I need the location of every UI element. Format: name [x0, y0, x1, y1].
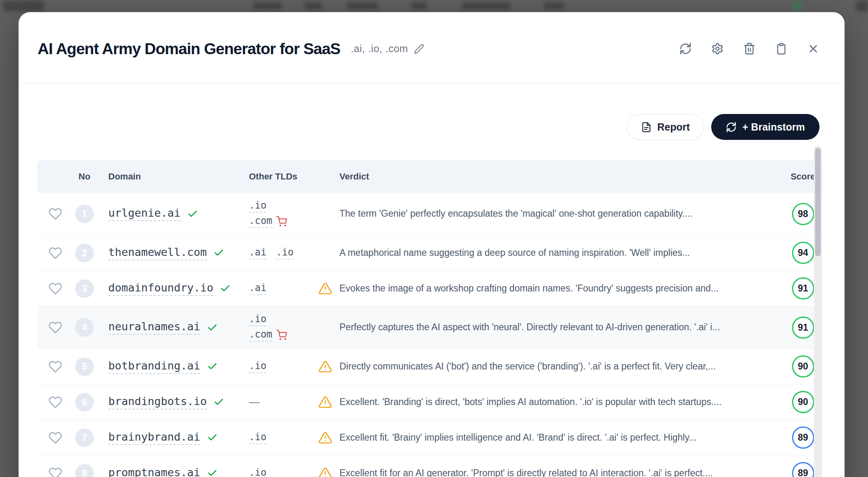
tld-link[interactable]: .io [249, 200, 266, 213]
score-badge: 89 [792, 426, 814, 449]
tld-link[interactable]: .com [249, 215, 287, 228]
tld-link[interactable]: .io [249, 313, 266, 326]
table-row: 2 thenamewell.com .ai.io A metaphorical … [37, 235, 823, 271]
tld-link[interactable]: .com [249, 329, 287, 342]
domain-link[interactable]: promptnames.ai [108, 466, 200, 477]
domain-link[interactable]: urlgenie.ai [108, 207, 181, 221]
header-icon-group [679, 42, 820, 55]
column-header-other-tlds: Other TLDs [242, 171, 318, 182]
table-row: 1 urlgenie.ai .io.com The term 'Genie' p… [37, 193, 823, 235]
buy-cart-icon[interactable] [276, 330, 287, 340]
delete-button[interactable] [743, 42, 756, 55]
favorite-button[interactable] [48, 282, 62, 295]
heart-icon [48, 360, 62, 374]
copy-button[interactable] [775, 42, 788, 55]
tld-list-label: .ai, .io, .com [351, 43, 408, 55]
report-document-icon [641, 122, 652, 133]
available-check-icon [187, 209, 198, 220]
domain-generator-modal: AI Agent Army Domain Generator for SaaS … [19, 12, 845, 477]
score-badge: 94 [792, 242, 814, 264]
rank-badge: 8 [75, 464, 94, 477]
tld-link[interactable]: .io [249, 467, 266, 477]
column-header-domain: Domain [102, 171, 242, 182]
rank-badge: 2 [75, 244, 94, 262]
other-tlds: .ai.io [249, 247, 318, 260]
column-header-verdict: Verdict [318, 171, 783, 182]
heart-icon [48, 431, 62, 445]
tld-link[interactable]: .ai [249, 247, 266, 260]
available-check-icon [207, 322, 218, 333]
domain-link[interactable]: brandingbots.io [108, 395, 207, 409]
available-check-icon [207, 361, 218, 372]
rank-badge: 6 [75, 393, 94, 412]
score-badge: 98 [792, 203, 814, 225]
rank-badge: 5 [75, 357, 94, 376]
table-row: 3 domainfoundry.io .ai Evokes the image … [37, 271, 823, 306]
results-table: No Domain Other TLDs Verdict Score 1 url… [37, 160, 823, 477]
other-tlds: — [249, 396, 318, 408]
page-title: AI Agent Army Domain Generator for SaaS [38, 40, 340, 58]
favorite-button[interactable] [48, 395, 62, 409]
table-row: 8 promptnames.ai .io Excellent fit for a… [37, 456, 823, 477]
rank-badge: 3 [75, 279, 94, 298]
other-tlds: .io.com [249, 308, 318, 346]
report-button[interactable]: Report [627, 114, 704, 140]
other-tlds: .io [249, 467, 318, 477]
available-check-icon [207, 432, 218, 443]
trash-icon [743, 42, 756, 55]
warning-icon [318, 282, 332, 295]
heart-icon [48, 395, 62, 409]
favorite-button[interactable] [48, 246, 62, 260]
score-badge: 90 [792, 391, 814, 413]
rank-badge: 7 [75, 428, 94, 447]
domain-link[interactable]: domainfoundry.io [108, 281, 213, 296]
gear-icon [711, 42, 724, 55]
table-row: 7 brainybrand.ai .io Excellent fit. 'Bra… [37, 420, 823, 456]
edit-tlds-button[interactable] [414, 44, 424, 54]
domain-link[interactable]: brainybrand.ai [108, 431, 200, 445]
favorite-button[interactable] [48, 321, 62, 334]
warning-icon [318, 360, 332, 374]
tld-link[interactable]: .io [276, 247, 293, 260]
heart-icon [48, 207, 62, 221]
no-other-tlds: — [249, 396, 259, 408]
rank-badge: 1 [75, 205, 94, 223]
brainstorm-button[interactable]: + Brainstorm [711, 114, 820, 140]
tld-link[interactable]: .ai [249, 282, 266, 295]
clipboard-icon [775, 42, 788, 55]
score-badge: 90 [792, 355, 814, 378]
verdict-text: Excellent fit. 'Brainy' implies intellig… [339, 432, 697, 444]
refresh-icon [679, 42, 692, 55]
tld-link[interactable]: .io [249, 431, 266, 444]
domain-link[interactable]: botbranding.ai [108, 359, 200, 374]
other-tlds: .io [249, 360, 318, 373]
table-row: 6 brandingbots.io — Excellent. 'Branding… [37, 384, 823, 420]
buy-cart-icon[interactable] [276, 216, 287, 227]
tld-link[interactable]: .io [249, 360, 266, 373]
warning-icon [318, 466, 332, 477]
column-header-no: No [67, 171, 102, 182]
heart-icon [48, 282, 62, 295]
table-scrollbar[interactable] [814, 146, 822, 477]
favorite-button[interactable] [48, 466, 62, 477]
table-scrollbar-thumb[interactable] [815, 148, 821, 256]
favorite-button[interactable] [48, 360, 62, 374]
heart-icon [48, 246, 62, 260]
close-button[interactable] [807, 42, 820, 55]
table-row: 4 neuralnames.ai .io.com Perfectly captu… [37, 306, 823, 349]
other-tlds: .io.com [249, 195, 318, 233]
verdict-text: Evokes the image of a workshop crafting … [339, 283, 718, 295]
favorite-button[interactable] [48, 207, 62, 221]
refresh-button[interactable] [679, 42, 692, 55]
verdict-text: A metaphorical name suggesting a deep so… [339, 247, 690, 259]
favorite-button[interactable] [48, 431, 62, 445]
domain-link[interactable]: neuralnames.ai [108, 320, 200, 335]
modal-header: AI Agent Army Domain Generator for SaaS … [19, 12, 845, 83]
table-body: 1 urlgenie.ai .io.com The term 'Genie' p… [37, 193, 823, 477]
settings-button[interactable] [711, 42, 724, 55]
table-header-row: No Domain Other TLDs Verdict Score [37, 160, 823, 193]
domain-link[interactable]: thenamewell.com [108, 246, 207, 260]
available-check-icon [213, 397, 224, 407]
table-row: 5 botbranding.ai .io Directly communicat… [37, 349, 823, 384]
verdict-text: Directly communicates AI ('bot') and the… [339, 361, 716, 373]
